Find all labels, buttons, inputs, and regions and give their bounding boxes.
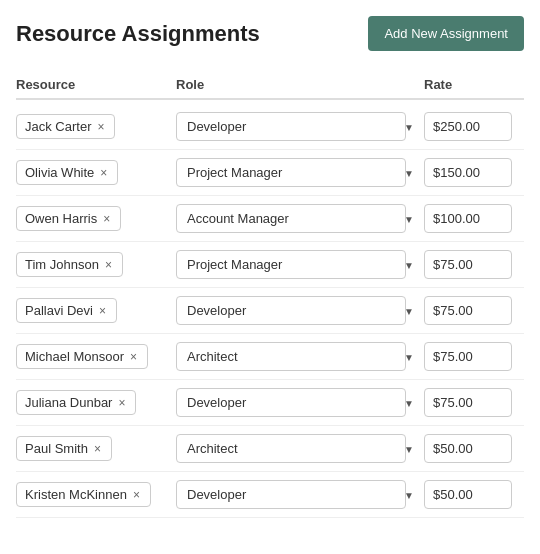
add-assignment-button[interactable]: Add New Assignment xyxy=(368,16,524,51)
role-select[interactable]: DeveloperProject ManagerAccount ManagerA… xyxy=(176,250,406,279)
rate-cell: $75.00 xyxy=(424,250,512,279)
role-select[interactable]: DeveloperProject ManagerAccount ManagerA… xyxy=(176,342,406,371)
resource-cell: Jack Carter× xyxy=(16,114,176,139)
remove-resource-button[interactable]: × xyxy=(101,213,112,225)
role-cell: DeveloperProject ManagerAccount ManagerA… xyxy=(176,204,424,233)
resource-cell: Paul Smith× xyxy=(16,436,176,461)
resource-tag: Olivia White× xyxy=(16,160,118,185)
resource-name: Jack Carter xyxy=(25,119,91,134)
role-select[interactable]: DeveloperProject ManagerAccount ManagerA… xyxy=(176,480,406,509)
rate-cell: $75.00 xyxy=(424,296,512,325)
resource-cell: Owen Harris× xyxy=(16,206,176,231)
role-select[interactable]: DeveloperProject ManagerAccount ManagerA… xyxy=(176,204,406,233)
role-cell: DeveloperProject ManagerAccount ManagerA… xyxy=(176,112,424,141)
role-cell: DeveloperProject ManagerAccount ManagerA… xyxy=(176,480,424,509)
role-cell: DeveloperProject ManagerAccount ManagerA… xyxy=(176,434,424,463)
resource-tag: Owen Harris× xyxy=(16,206,121,231)
resource-name: Michael Monsoor xyxy=(25,349,124,364)
resource-name: Paul Smith xyxy=(25,441,88,456)
resource-name: Tim Johnson xyxy=(25,257,99,272)
resource-name: Juliana Dunbar xyxy=(25,395,112,410)
resource-name: Pallavi Devi xyxy=(25,303,93,318)
resource-cell: Kristen McKinnen× xyxy=(16,482,176,507)
resource-tag: Juliana Dunbar× xyxy=(16,390,136,415)
table-row: Olivia White×DeveloperProject ManagerAcc… xyxy=(16,150,524,196)
role-cell: DeveloperProject ManagerAccount ManagerA… xyxy=(176,250,424,279)
table-body: Jack Carter×DeveloperProject ManagerAcco… xyxy=(16,104,524,518)
role-select[interactable]: DeveloperProject ManagerAccount ManagerA… xyxy=(176,158,406,187)
resource-name: Kristen McKinnen xyxy=(25,487,127,502)
table-row: Owen Harris×DeveloperProject ManagerAcco… xyxy=(16,196,524,242)
role-select[interactable]: DeveloperProject ManagerAccount ManagerA… xyxy=(176,434,406,463)
table-row: Kristen McKinnen×DeveloperProject Manage… xyxy=(16,472,524,518)
resource-name: Owen Harris xyxy=(25,211,97,226)
remove-resource-button[interactable]: × xyxy=(92,443,103,455)
role-select[interactable]: DeveloperProject ManagerAccount ManagerA… xyxy=(176,112,406,141)
rate-cell: $250.00 xyxy=(424,112,512,141)
remove-resource-button[interactable]: × xyxy=(131,489,142,501)
resource-cell: Olivia White× xyxy=(16,160,176,185)
col-role: Role xyxy=(176,77,424,92)
role-cell: DeveloperProject ManagerAccount ManagerA… xyxy=(176,388,424,417)
role-select[interactable]: DeveloperProject ManagerAccount ManagerA… xyxy=(176,296,406,325)
rate-cell: $50.00 xyxy=(424,434,512,463)
resource-tag: Pallavi Devi× xyxy=(16,298,117,323)
remove-resource-button[interactable]: × xyxy=(95,121,106,133)
page-header: Resource Assignments Add New Assignment xyxy=(16,16,524,51)
table-row: Pallavi Devi×DeveloperProject ManagerAcc… xyxy=(16,288,524,334)
remove-resource-button[interactable]: × xyxy=(97,305,108,317)
resource-cell: Pallavi Devi× xyxy=(16,298,176,323)
remove-resource-button[interactable]: × xyxy=(116,397,127,409)
table-row: Tim Johnson×DeveloperProject ManagerAcco… xyxy=(16,242,524,288)
rate-cell: $150.00 xyxy=(424,158,512,187)
rate-cell: $50.00 xyxy=(424,480,512,509)
resource-tag: Jack Carter× xyxy=(16,114,115,139)
resource-tag: Tim Johnson× xyxy=(16,252,123,277)
role-cell: DeveloperProject ManagerAccount ManagerA… xyxy=(176,342,424,371)
resource-name: Olivia White xyxy=(25,165,94,180)
resource-tag: Michael Monsoor× xyxy=(16,344,148,369)
table-row: Paul Smith×DeveloperProject ManagerAccou… xyxy=(16,426,524,472)
col-rate: Rate xyxy=(424,77,524,92)
role-select[interactable]: DeveloperProject ManagerAccount ManagerA… xyxy=(176,388,406,417)
rate-cell: $100.00 xyxy=(424,204,512,233)
rate-cell: $75.00 xyxy=(424,342,512,371)
resource-cell: Michael Monsoor× xyxy=(16,344,176,369)
role-cell: DeveloperProject ManagerAccount ManagerA… xyxy=(176,296,424,325)
resource-tag: Paul Smith× xyxy=(16,436,112,461)
resource-cell: Tim Johnson× xyxy=(16,252,176,277)
page-title: Resource Assignments xyxy=(16,21,260,47)
remove-resource-button[interactable]: × xyxy=(98,167,109,179)
remove-resource-button[interactable]: × xyxy=(128,351,139,363)
rate-cell: $75.00 xyxy=(424,388,512,417)
table-row: Jack Carter×DeveloperProject ManagerAcco… xyxy=(16,104,524,150)
col-resource: Resource xyxy=(16,77,176,92)
table-header: Resource Role Rate xyxy=(16,71,524,100)
table-row: Michael Monsoor×DeveloperProject Manager… xyxy=(16,334,524,380)
resource-cell: Juliana Dunbar× xyxy=(16,390,176,415)
role-cell: DeveloperProject ManagerAccount ManagerA… xyxy=(176,158,424,187)
table-row: Juliana Dunbar×DeveloperProject ManagerA… xyxy=(16,380,524,426)
resource-tag: Kristen McKinnen× xyxy=(16,482,151,507)
remove-resource-button[interactable]: × xyxy=(103,259,114,271)
